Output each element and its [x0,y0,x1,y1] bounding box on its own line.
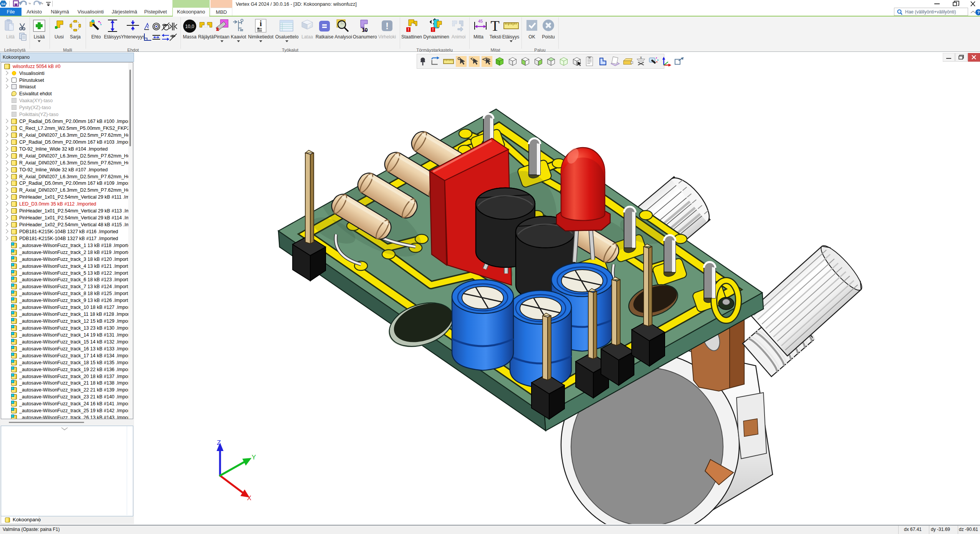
svg-text:45: 45 [478,19,483,23]
svg-text:10,0: 10,0 [185,24,194,29]
svg-text:10: 10 [362,27,368,33]
svg-text:Z: Z [217,439,221,446]
svg-text:X: X [247,494,251,502]
svg-text:!: ! [408,27,409,32]
svg-text:G4: G4 [1,2,5,6]
svg-text:!: ! [386,21,389,31]
svg-text:Y: Y [252,454,256,461]
svg-text:?: ? [977,10,980,15]
svg-text:T: T [490,19,499,33]
svg-text:!: ! [432,27,434,32]
svg-text:i: i [260,19,262,28]
svg-text:X: X [640,56,642,60]
